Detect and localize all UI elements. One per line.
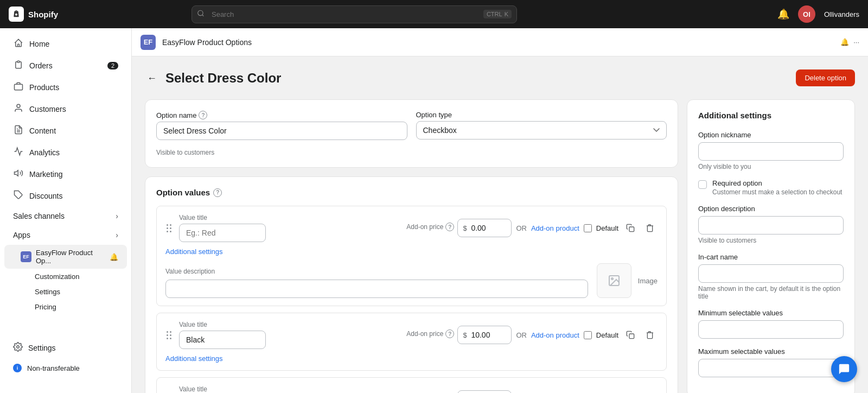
chat-button[interactable] bbox=[831, 356, 857, 382]
pricing-label: Pricing bbox=[35, 303, 56, 311]
option-values-help-icon[interactable]: ? bbox=[213, 188, 222, 197]
option-nickname-input[interactable] bbox=[698, 142, 844, 161]
value-row-2: Value title Add-on price ? bbox=[156, 313, 667, 371]
additional-settings-link-1[interactable]: Additional settings bbox=[165, 248, 223, 256]
or-text-2: OR bbox=[516, 331, 527, 339]
value-title-group-1: Value title bbox=[179, 214, 400, 242]
sidebar-apps[interactable]: Apps › bbox=[4, 226, 127, 244]
value-title-input-2[interactable] bbox=[179, 331, 266, 349]
apps-arrow-icon: › bbox=[116, 231, 118, 239]
image-group-1: Image bbox=[597, 263, 658, 298]
add-on-product-link-2[interactable]: Add-on product bbox=[531, 331, 579, 339]
side-column: Additional settings Option nickname Only… bbox=[687, 99, 855, 393]
value-title-input-1[interactable] bbox=[179, 224, 266, 242]
search-bar[interactable]: CTRL K bbox=[192, 5, 517, 23]
price-help-icon-2[interactable]: ? bbox=[445, 329, 454, 338]
sidebar-item-discounts[interactable]: Discounts bbox=[4, 185, 127, 206]
customization-label: Customization bbox=[35, 272, 79, 281]
option-type-select[interactable]: Checkbox Radio Dropdown Text Color bbox=[416, 121, 667, 140]
value-description-input-1[interactable] bbox=[165, 280, 588, 298]
sidebar-item-products[interactable]: Products bbox=[4, 77, 127, 98]
default-checkbox-1[interactable] bbox=[584, 224, 592, 232]
price-input-wrap-2: $ bbox=[457, 326, 512, 344]
additional-settings-link-2[interactable]: Additional settings bbox=[165, 354, 223, 363]
max-selectable-field: Maximum selectable values bbox=[698, 347, 844, 377]
or-text-1: OR bbox=[516, 224, 527, 232]
sidebar-item-products-label: Products bbox=[29, 83, 59, 92]
sidebar-item-home[interactable]: Home bbox=[4, 33, 127, 54]
required-option-field: Required option Customer must make a sel… bbox=[698, 179, 844, 196]
store-name[interactable]: Ollivanders bbox=[824, 10, 859, 18]
delete-option-button[interactable]: Delete option bbox=[796, 69, 855, 86]
page-title: Select Dress Color bbox=[165, 71, 281, 86]
min-selectable-label: Minimum selectable values bbox=[698, 309, 844, 317]
app-header-more-icon[interactable]: ··· bbox=[853, 38, 859, 46]
sidebar-item-analytics[interactable]: Analytics bbox=[4, 142, 127, 163]
avatar[interactable]: OI bbox=[798, 5, 815, 23]
main-area: EF EasyFlow Product Options 🔔 ··· ← Sele… bbox=[132, 28, 868, 393]
value-row-1-top: Value title Add-on price ? bbox=[165, 214, 658, 242]
sidebar-sales-channels[interactable]: Sales channels › bbox=[4, 207, 127, 225]
notification-bell-icon[interactable]: 🔔 bbox=[777, 8, 789, 20]
copy-btn-1[interactable] bbox=[623, 220, 638, 236]
easyflow-icon: EF bbox=[21, 251, 31, 262]
default-label-1: Default bbox=[596, 224, 618, 232]
sidebar-app-name: EasyFlow Product Op... bbox=[36, 249, 105, 265]
discounts-icon bbox=[13, 190, 24, 201]
sidebar-item-marketing[interactable]: Marketing bbox=[4, 163, 127, 185]
option-name-input[interactable] bbox=[156, 122, 407, 140]
min-selectable-input[interactable] bbox=[698, 320, 844, 339]
option-type-group: Option type Checkbox Radio Dropdown Text… bbox=[416, 111, 667, 140]
sidebar-item-home-label: Home bbox=[29, 40, 49, 48]
delete-btn-1[interactable] bbox=[642, 220, 658, 236]
add-on-price-label-1: Add-on price ? bbox=[406, 223, 454, 231]
drag-handle-1[interactable] bbox=[165, 223, 173, 233]
option-description-input[interactable] bbox=[698, 216, 844, 234]
sidebar-easyflow-app[interactable]: EF EasyFlow Product Op... 🔔 bbox=[4, 245, 127, 269]
in-cart-name-input[interactable] bbox=[698, 264, 844, 283]
sidebar-settings[interactable]: Settings bbox=[4, 337, 127, 358]
settings-sub-label: Settings bbox=[35, 288, 60, 296]
value-row-3: Value title Add-on price ? bbox=[156, 377, 667, 393]
sidebar-app-pricing[interactable]: Pricing bbox=[4, 300, 127, 314]
non-transferable-item: i Non-transferable bbox=[4, 359, 127, 377]
delete-btn-2[interactable] bbox=[642, 327, 658, 343]
sidebar-app-customization[interactable]: Customization bbox=[4, 269, 127, 284]
shopify-logo-text: Shopify bbox=[28, 10, 58, 19]
max-selectable-input[interactable] bbox=[698, 359, 844, 377]
option-type-label: Option type bbox=[416, 111, 667, 119]
in-cart-name-field: In-cart name Name shown in the cart, by … bbox=[698, 253, 844, 300]
required-option-checkbox[interactable] bbox=[698, 180, 707, 189]
option-nickname-field: Option nickname Only visible to you bbox=[698, 131, 844, 170]
option-description-field: Option description Visible to customers bbox=[698, 205, 844, 244]
orders-badge: 2 bbox=[107, 62, 118, 69]
copy-btn-2[interactable] bbox=[623, 327, 638, 343]
add-on-price-label-2: Add-on price ? bbox=[406, 329, 454, 338]
sidebar-settings-label: Settings bbox=[28, 344, 56, 352]
customers-icon bbox=[13, 103, 24, 115]
price-input-3[interactable] bbox=[457, 390, 512, 393]
drag-handle-2[interactable] bbox=[165, 330, 173, 340]
sidebar-item-content[interactable]: Content bbox=[4, 120, 127, 141]
price-help-icon-1[interactable]: ? bbox=[445, 223, 454, 231]
sidebar-item-orders[interactable]: Orders 2 bbox=[4, 55, 127, 76]
orders-icon bbox=[13, 60, 24, 71]
option-name-help-icon[interactable]: ? bbox=[199, 111, 207, 119]
back-button[interactable]: ← bbox=[145, 71, 159, 85]
svg-point-2 bbox=[17, 104, 20, 107]
value-title-label-2: Value title bbox=[179, 321, 400, 328]
sidebar-item-customers[interactable]: Customers bbox=[4, 98, 127, 119]
sidebar-app-settings[interactable]: Settings bbox=[4, 284, 127, 299]
sidebar-item-orders-label: Orders bbox=[29, 61, 53, 70]
search-input[interactable] bbox=[192, 5, 517, 23]
sidebar-apps-label: Apps bbox=[13, 231, 30, 239]
non-transferable-label: Non-transferable bbox=[27, 364, 80, 372]
svg-point-7 bbox=[17, 346, 20, 348]
shopify-bag-icon bbox=[9, 7, 24, 22]
shopify-logo[interactable]: Shopify bbox=[9, 7, 58, 22]
add-on-product-link-1[interactable]: Add-on product bbox=[531, 224, 579, 232]
app-header-bell-icon[interactable]: 🔔 bbox=[840, 38, 849, 46]
sales-channels-arrow-icon: › bbox=[116, 212, 118, 220]
default-checkbox-2[interactable] bbox=[584, 331, 592, 339]
image-upload-1[interactable] bbox=[597, 263, 631, 298]
